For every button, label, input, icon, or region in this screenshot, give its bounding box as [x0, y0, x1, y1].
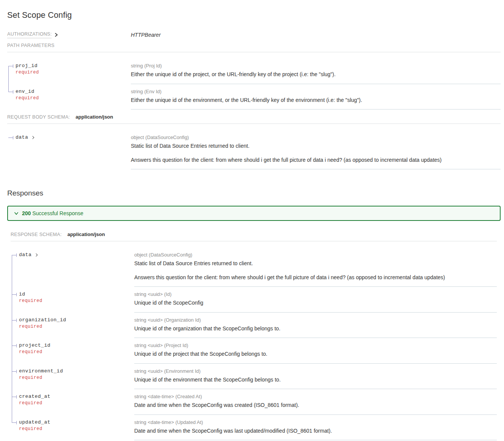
response-schema-label: RESPONSE SCHEMA:: [11, 232, 62, 237]
field-type: string <uuid> (Id): [134, 291, 497, 297]
required-badge: required: [19, 375, 131, 380]
response-content-type: application/json: [68, 231, 105, 237]
field-name: environment_id: [19, 368, 131, 374]
field-description-2: Answers this question for the client: fr…: [134, 274, 497, 281]
field-type: string (Env Id): [131, 89, 501, 94]
status-label: Successful Response: [32, 210, 83, 216]
status-code: 200: [22, 210, 31, 216]
authorizations-row: AUTHORIZATIONS: HTTPBearer: [7, 31, 501, 38]
tree-branch-icon: [8, 64, 13, 68]
request-body-table: data object (DataSourceConfig) Static li…: [7, 130, 501, 169]
required-badge: required: [16, 70, 128, 75]
field-description: Unique id of the project that the ScopeC…: [134, 351, 497, 358]
field-description: Static list of Data Source Entries retur…: [134, 260, 497, 267]
field-type: string <uuid> (Project Id): [134, 342, 497, 348]
expandable-field-name[interactable]: data: [16, 134, 128, 140]
field-row-data: data object (DataSourceConfig) Static li…: [11, 247, 497, 287]
field-name: updated_at: [19, 419, 131, 425]
field-row-environment-id: environment_id required string <uuid> (E…: [11, 364, 497, 389]
field-type: object (DataSourceConfig): [131, 134, 501, 140]
authorizations-label[interactable]: AUTHORIZATIONS:: [7, 31, 52, 38]
field-description: Date and time when the ScopeConfig was c…: [134, 402, 497, 409]
tree-branch-icon: [12, 421, 17, 424]
expand-chevron-icon[interactable]: [31, 136, 34, 139]
path-parameters-header: PATH PARAMETERS: [7, 43, 501, 52]
tree-branch-icon: [8, 136, 13, 139]
param-row-env-id: env_id required string (Env Id) Either t…: [7, 84, 501, 110]
page-title: Set Scope Config: [7, 11, 501, 20]
path-parameters-label: PATH PARAMETERS: [7, 43, 55, 48]
request-content-type: application/json: [75, 114, 113, 120]
field-type: object (DataSourceConfig): [134, 252, 497, 258]
tree-branch-icon: [12, 253, 17, 257]
tree-branch-icon: [12, 395, 17, 399]
field-type: string <date-time> (Updated At): [134, 419, 497, 425]
field-type: string (Proj Id): [131, 63, 501, 69]
expand-chevron-icon[interactable]: [35, 253, 38, 256]
tree-branch-icon: [12, 293, 17, 296]
response-schema-table: data object (DataSourceConfig) Static li…: [11, 247, 497, 440]
field-description: Either the unique id of the environment,…: [131, 97, 501, 104]
param-row-proj-id: proj_id required string (Proj Id) Either…: [7, 58, 501, 84]
chevron-right-icon[interactable]: [54, 33, 58, 37]
tree-branch-icon: [8, 90, 13, 94]
field-row-id: id required string <uuid> (Id) Unique id…: [11, 287, 497, 313]
field-row-created-at: created_at required string <date-time> (…: [11, 389, 497, 415]
field-description: Unique id of the ScopeConfig: [134, 300, 497, 307]
field-description: Either the unique id of the project, or …: [131, 71, 501, 78]
required-badge: required: [19, 426, 131, 432]
path-parameters-table: proj_id required string (Proj Id) Either…: [7, 58, 501, 109]
chevron-down-icon: [14, 211, 19, 216]
request-body-schema-label: REQUEST BODY SCHEMA:: [7, 114, 70, 120]
field-description: Unique id of the environment that the Sc…: [134, 377, 497, 383]
response-200-panel[interactable]: 200 Successful Response: [7, 206, 501, 221]
field-row-project-id: project_id required string <uuid> (Proje…: [11, 338, 497, 364]
field-name: proj_id: [16, 63, 128, 69]
tree-branch-icon: [12, 319, 17, 322]
request-body-schema-header: REQUEST BODY SCHEMA: application/json: [7, 114, 501, 124]
auth-scheme-value: HTTPBearer: [131, 32, 161, 38]
field-row-data: data object (DataSourceConfig) Static li…: [7, 130, 501, 169]
field-row-organization-id: organization_id required string <uuid> (…: [11, 313, 497, 338]
field-row-updated-at: updated_at required string <date-time> (…: [11, 415, 497, 441]
required-badge: required: [19, 400, 131, 406]
field-description: Unique id of the organization that the S…: [134, 325, 497, 332]
required-badge: required: [16, 95, 128, 101]
field-name: project_id: [19, 342, 131, 348]
responses-heading: Responses: [7, 189, 501, 197]
expandable-field-name[interactable]: data: [19, 252, 131, 258]
field-name: env_id: [16, 89, 128, 94]
field-name: organization_id: [19, 317, 131, 323]
required-badge: required: [19, 324, 131, 329]
tree-branch-icon: [12, 370, 17, 373]
required-badge: required: [19, 349, 131, 355]
field-description-2: Answers this question for the client: fr…: [131, 157, 501, 164]
field-name: created_at: [19, 394, 131, 399]
required-badge: required: [19, 298, 131, 303]
response-schema-header: RESPONSE SCHEMA: application/json: [11, 231, 497, 241]
tree-branch-icon: [12, 344, 17, 347]
field-description: Date and time when the ScopeConfig was l…: [134, 428, 497, 435]
field-type: string <date-time> (Created At): [134, 394, 497, 399]
field-type: string <uuid> (Environment Id): [134, 368, 497, 374]
field-type: string <uuid> (Organization Id): [134, 317, 497, 323]
field-description: Static list of Data Source Entries retur…: [131, 143, 501, 150]
field-name: id: [19, 291, 131, 297]
